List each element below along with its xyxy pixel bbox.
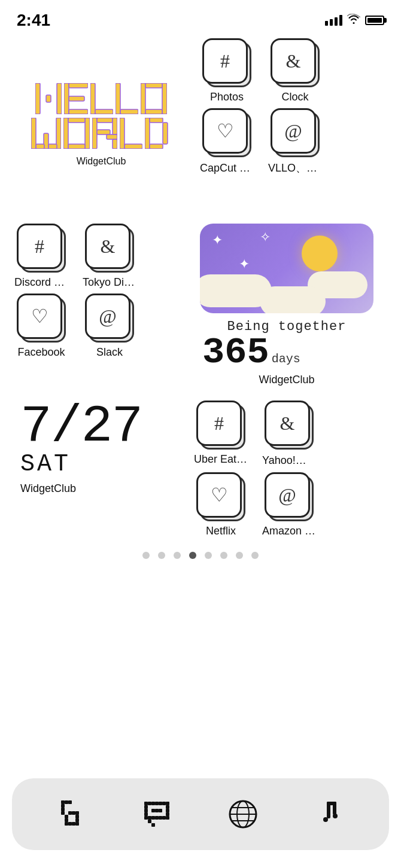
- svg-rect-16: [56, 118, 61, 149]
- svg-rect-48: [72, 822, 75, 826]
- cloud3: [260, 286, 326, 313]
- svg-rect-39: [61, 811, 65, 815]
- slack-label: Slack: [96, 346, 123, 359]
- star1-icon: ✦: [212, 233, 223, 248]
- status-time: 2:41: [17, 11, 50, 30]
- svg-rect-74: [162, 816, 166, 820]
- app-icon-amazon[interactable]: @: [265, 472, 314, 521]
- pixel-W: [31, 118, 61, 149]
- svg-rect-41: [68, 800, 72, 804]
- app-item-netflix[interactable]: ♡ Netflix: [194, 472, 248, 537]
- svg-rect-5: [69, 96, 84, 101]
- svg-rect-55: [151, 802, 155, 805]
- svg-rect-34: [150, 144, 163, 149]
- svg-rect-25: [97, 118, 113, 123]
- app-item-photos[interactable]: # Photos: [200, 38, 254, 103]
- svg-rect-56: [155, 802, 159, 805]
- dock-safari[interactable]: [219, 790, 267, 838]
- app-item-ubereats[interactable]: # Uber Eats: Foo: [194, 401, 248, 467]
- svg-rect-21: [85, 118, 90, 149]
- app-icon-vllo[interactable]: @: [271, 108, 320, 157]
- svg-rect-59: [166, 802, 169, 805]
- star3-icon: ✧: [260, 230, 271, 245]
- clock-symbol: &: [286, 51, 301, 71]
- svg-rect-11: [141, 83, 145, 114]
- svg-rect-33: [150, 118, 163, 123]
- svg-rect-47: [75, 822, 79, 826]
- pixel-L2: [116, 83, 138, 114]
- app-icon-slack[interactable]: @: [85, 294, 134, 343]
- together-days: 365: [202, 334, 269, 371]
- svg-rect-14: [145, 109, 162, 114]
- capcut-symbol: ♡: [217, 121, 234, 140]
- date-widget[interactable]: 7/27 SAT WidgetClub: [14, 401, 182, 495]
- netflix-symbol: ♡: [211, 485, 228, 505]
- mid-right-content: ✦ ✦ ✧ Being together 365 days WidgetClub: [200, 224, 373, 389]
- pixel-O1: [141, 83, 167, 114]
- pixel-O2: [63, 118, 90, 149]
- clock-label: Clock: [281, 91, 308, 103]
- app-icon-ubereats[interactable]: #: [196, 401, 245, 450]
- mid-left-apps: # Discord - Talk & Tokyo Disney R: [14, 224, 188, 359]
- app-icon-netflix[interactable]: ♡: [196, 472, 245, 521]
- svg-rect-35: [163, 123, 168, 144]
- app-item-clock[interactable]: & Clock: [268, 38, 322, 103]
- svg-rect-29: [113, 139, 117, 149]
- svg-rect-8: [95, 109, 113, 114]
- app-item-amazon[interactable]: @ Amazon Prime: [262, 472, 316, 537]
- svg-rect-62: [144, 809, 148, 812]
- svg-rect-24: [92, 118, 97, 149]
- app-icon-discord[interactable]: #: [17, 224, 66, 273]
- hello-world-label: WidgetClub: [77, 156, 126, 167]
- pixel-D: [145, 118, 171, 149]
- mid-apps-row2: ♡ Facebook @ Slack: [14, 294, 188, 359]
- night-widget[interactable]: ✦ ✦ ✧: [200, 224, 373, 313]
- app-item-slack[interactable]: @ Slack: [83, 294, 136, 359]
- app-item-facebook[interactable]: ♡ Facebook: [14, 294, 68, 359]
- dock-music[interactable]: [305, 790, 353, 838]
- status-icons: [325, 14, 384, 27]
- tokyodisney-label: Tokyo Disney R: [83, 276, 136, 289]
- dot-2: [158, 552, 165, 559]
- app-item-yahoo[interactable]: & Yahoo!乗換案内: [262, 401, 316, 467]
- svg-rect-50: [65, 822, 68, 826]
- yahoo-symbol: &: [280, 414, 295, 433]
- svg-rect-45: [75, 815, 79, 818]
- photos-label: Photos: [210, 91, 244, 103]
- app-icon-tokyodisney[interactable]: &: [85, 224, 134, 273]
- vllo-label: VLLO、Vlogの: [268, 161, 322, 175]
- svg-rect-64: [155, 809, 159, 812]
- star2-icon: ✦: [239, 256, 250, 272]
- svg-rect-54: [148, 802, 151, 805]
- top-right-apps: # Photos & Clock: [200, 38, 322, 175]
- app-item-capcut[interactable]: ♡ CapCut - 動画編: [200, 108, 254, 175]
- svg-rect-27: [113, 118, 117, 135]
- app-icon-photos[interactable]: #: [202, 38, 251, 87]
- app-icon-yahoo[interactable]: &: [265, 401, 314, 450]
- app-item-vllo[interactable]: @ VLLO、Vlogの: [268, 108, 322, 175]
- pixel-H: [35, 83, 62, 114]
- dock-messages[interactable]: [134, 790, 182, 838]
- svg-rect-28: [107, 135, 117, 139]
- bottom-section: 7/27 SAT WidgetClub # Uber Eats: Foo: [14, 401, 387, 537]
- facebook-symbol: ♡: [31, 307, 48, 326]
- svg-rect-19: [48, 144, 57, 149]
- svg-rect-71: [151, 816, 155, 820]
- app-icon-facebook[interactable]: ♡: [17, 294, 66, 343]
- bottom-right-apps: # Uber Eats: Foo & Yahoo!乗換案内: [194, 401, 316, 537]
- being-together-widget[interactable]: Being together 365 days WidgetClub: [200, 317, 373, 389]
- dot-6: [220, 552, 227, 559]
- app-item-tokyodisney[interactable]: & Tokyo Disney R: [83, 224, 136, 289]
- svg-rect-26: [97, 130, 110, 135]
- dock-phone[interactable]: [48, 790, 96, 838]
- app-icon-clock[interactable]: &: [271, 38, 320, 87]
- hello-world-widget[interactable]: WidgetClub: [14, 38, 188, 212]
- svg-rect-36: [61, 800, 65, 804]
- battery-icon: [365, 16, 384, 25]
- svg-rect-37: [61, 804, 65, 808]
- app-item-discord[interactable]: # Discord - Talk: [14, 224, 68, 289]
- amazon-label: Amazon Prime: [262, 525, 316, 537]
- app-icon-capcut[interactable]: ♡: [202, 108, 251, 157]
- svg-rect-32: [145, 118, 150, 149]
- svg-rect-4: [69, 83, 88, 88]
